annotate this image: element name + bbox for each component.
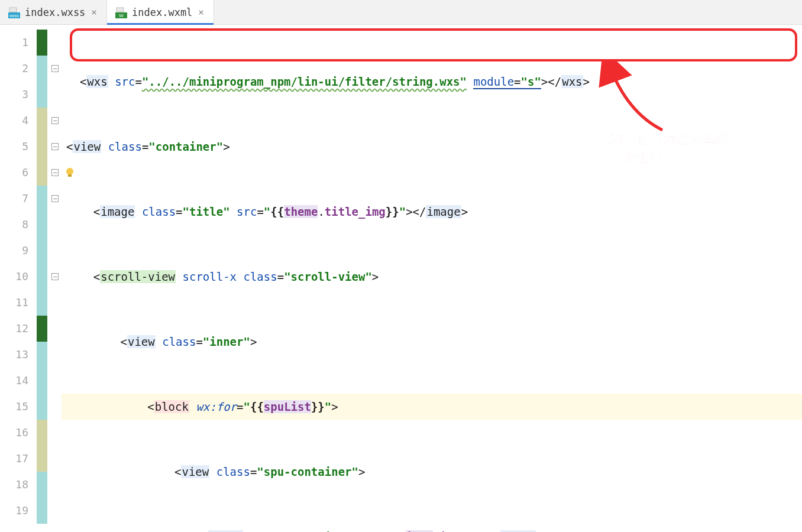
line-number: 1 (0, 30, 35, 56)
line-number: 8 (0, 212, 35, 238)
wxml-file-icon: W (115, 7, 127, 18)
change-marker (37, 186, 47, 212)
fold-toggle[interactable]: − (48, 108, 62, 134)
fold-toggle[interactable]: − (48, 134, 62, 160)
change-marker (37, 316, 47, 342)
change-marker (37, 446, 47, 472)
change-marker (37, 420, 47, 446)
change-marker (37, 134, 47, 160)
svg-rect-2 (9, 8, 17, 12)
change-marker (37, 108, 47, 134)
line-number: 6 (0, 160, 35, 186)
change-marker (37, 498, 47, 524)
line-number: 3 (0, 82, 35, 108)
line-number-gutter: 1 2 3 4 5 6 7 8 9 10 11 12 13 14 15 16 1… (0, 25, 35, 532)
code-line: <wxs src="../../miniprogram_npm/lin-ui/f… (62, 69, 802, 95)
line-number: 16 (0, 420, 35, 446)
line-number: 9 (0, 238, 35, 264)
line-number: 11 (0, 290, 35, 316)
line-number: 15 (0, 394, 35, 420)
fold-gutter: − − − − − − (48, 25, 62, 532)
change-marker (37, 472, 47, 498)
change-marker (37, 342, 47, 368)
change-marker (37, 160, 47, 186)
line-number: 14 (0, 368, 35, 394)
change-marker (37, 264, 47, 290)
change-marker (37, 56, 47, 82)
code-line: <scroll-view scroll-x class="scroll-view… (62, 264, 802, 290)
code-line: <view class="inner"> (62, 329, 802, 355)
line-number: 13 (0, 342, 35, 368)
fold-toggle[interactable]: − (48, 186, 62, 212)
code-content[interactable]: <wxs src="../../miniprogram_npm/lin-ui/f… (62, 25, 802, 532)
wxss-file-icon: wxss (8, 7, 20, 18)
tab-label: index.wxml (132, 7, 192, 18)
tab-index-wxml[interactable]: W index.wxml × (107, 0, 214, 24)
code-line: <block wx:for="{{spuList}}"> (62, 394, 802, 420)
line-number: 18 (0, 472, 35, 498)
change-marker (37, 394, 47, 420)
close-icon[interactable]: × (90, 7, 98, 18)
change-marker-strip (35, 25, 48, 532)
svg-rect-5 (117, 8, 124, 12)
line-number: 4 (0, 108, 35, 134)
tab-index-wxss[interactable]: wxss index.wxss × (0, 0, 107, 24)
code-line: <image class="spu-img" src="{{item.img}}… (62, 524, 802, 532)
fold-toggle[interactable]: − (48, 160, 62, 186)
svg-text:wxss: wxss (9, 14, 19, 18)
change-marker (37, 82, 47, 108)
change-marker (37, 290, 47, 316)
line-number: 19 (0, 498, 35, 524)
line-number: 7 (0, 186, 35, 212)
tab-bar: wxss index.wxss × W index.wxml × (0, 0, 802, 25)
fold-toggle[interactable]: − (48, 56, 62, 82)
fold-toggle[interactable]: − (48, 264, 62, 290)
change-marker (37, 212, 47, 238)
line-number: 5 (0, 134, 35, 160)
change-marker (37, 238, 47, 264)
line-number: 12 (0, 316, 35, 342)
change-marker (37, 368, 47, 394)
change-marker (37, 30, 47, 56)
close-icon[interactable]: × (197, 7, 205, 18)
line-number: 17 (0, 446, 35, 472)
code-line: <image class="title" src="{{theme.title_… (62, 199, 802, 225)
code-line: <view class="container"> (62, 134, 802, 160)
line-number: 2 (0, 56, 35, 82)
line-number: 10 (0, 264, 35, 290)
code-editor[interactable]: 1 2 3 4 5 6 7 8 9 10 11 12 13 14 15 16 1… (0, 25, 802, 532)
tab-label: index.wxss (25, 7, 85, 18)
svg-text:W: W (119, 13, 124, 18)
code-line: <view class="spu-container"> (62, 459, 802, 485)
